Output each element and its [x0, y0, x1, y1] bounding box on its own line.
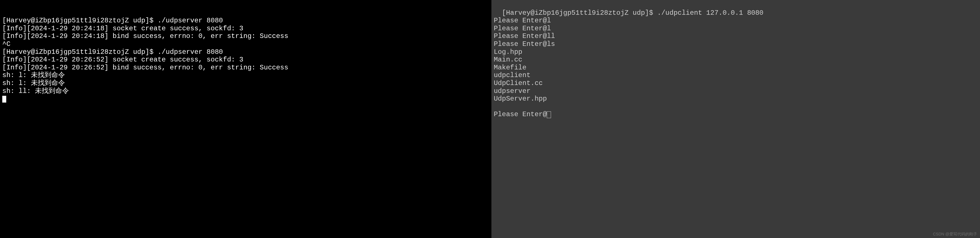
- watermark: CSDN @爱写代码的刚子: [933, 232, 977, 236]
- terminal-pane-right[interactable]: [Harvey@iZbp16jgp51ttl9i28ztojZ udp]$ ./…: [492, 0, 980, 238]
- cursor-right: [547, 111, 551, 118]
- terminal-output-right: [Harvey@iZbp16jgp51ttl9i28ztojZ udp]$ ./…: [494, 9, 764, 119]
- terminal-pane-left[interactable]: [Harvey@iZbp16jgp51ttl9i28ztojZ udp]$ ./…: [0, 0, 492, 238]
- cursor-left: [2, 96, 6, 103]
- terminal-output-left: [Harvey@iZbp16jgp51ttl9i28ztojZ udp]$ ./…: [2, 17, 288, 95]
